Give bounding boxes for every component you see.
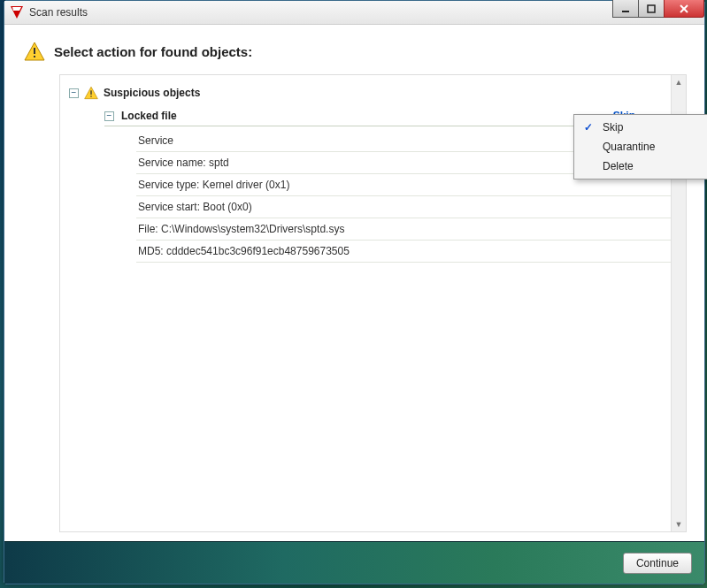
- content-area: Select action for found objects: − Suspi…: [4, 25, 704, 541]
- menu-item-label: Delete: [603, 160, 634, 172]
- menu-item-label: Quarantine: [603, 141, 655, 153]
- window-controls: [613, 0, 704, 18]
- menu-item-skip[interactable]: ✓ Skip: [576, 118, 705, 137]
- window-title: Scan results: [29, 6, 88, 19]
- close-button[interactable]: [664, 0, 704, 18]
- titlebar[interactable]: Scan results: [4, 1, 704, 25]
- detail-row: Service start: Boot (0x0): [136, 196, 682, 218]
- check-icon: ✓: [581, 121, 596, 134]
- action-menu: ✓ Skip Quarantine Delete: [573, 114, 707, 179]
- warning-icon: [24, 41, 45, 62]
- collapse-icon[interactable]: −: [104, 111, 114, 121]
- maximize-button[interactable]: [638, 0, 665, 18]
- scan-results-window: Scan results Select action for found obj…: [4, 0, 705, 584]
- continue-button[interactable]: Continue: [623, 553, 692, 574]
- app-icon: [10, 5, 24, 19]
- svg-rect-2: [622, 11, 629, 12]
- svg-rect-7: [34, 48, 35, 54]
- footer: Continue: [4, 541, 704, 584]
- menu-item-quarantine[interactable]: Quarantine: [576, 137, 705, 157]
- header: Select action for found objects:: [19, 41, 690, 62]
- scroll-down-icon[interactable]: ▼: [672, 517, 686, 531]
- group-label: Suspicious objects: [104, 87, 200, 99]
- scroll-up-icon[interactable]: ▲: [672, 75, 686, 89]
- item-label: Locked file: [121, 110, 177, 122]
- collapse-icon[interactable]: −: [69, 88, 79, 98]
- menu-item-delete[interactable]: Delete: [576, 157, 705, 176]
- minimize-button[interactable]: [612, 0, 639, 18]
- svg-rect-3: [648, 5, 655, 12]
- svg-rect-8: [34, 56, 35, 57]
- svg-rect-10: [90, 90, 91, 95]
- detail-row: MD5: cdddec541bc3c96f91ecb48759673505: [136, 241, 682, 263]
- header-text: Select action for found objects:: [54, 44, 252, 59]
- menu-item-label: Skip: [603, 121, 623, 134]
- group-suspicious-objects[interactable]: − Suspicious objects: [69, 84, 682, 102]
- svg-rect-11: [90, 95, 91, 96]
- detail-row: File: C:\Windows\system32\Drivers\sptd.s…: [136, 218, 682, 241]
- warning-icon: [84, 86, 98, 100]
